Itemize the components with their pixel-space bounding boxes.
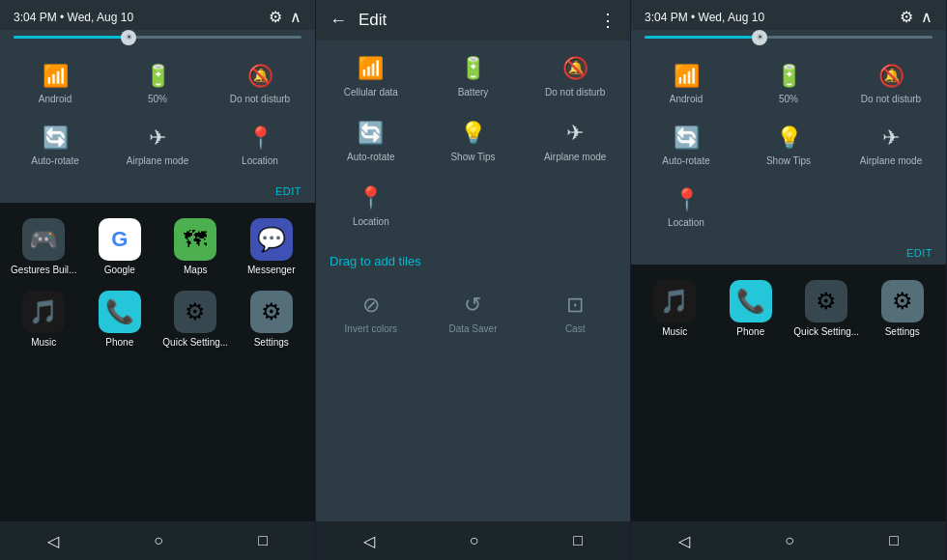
- app-google[interactable]: G Google: [84, 212, 157, 281]
- tile-autorotate-3[interactable]: 🔄 Auto-rotate: [637, 116, 735, 174]
- tile-location-3[interactable]: 📍 Location: [637, 178, 735, 236]
- chevron-up-icon-1[interactable]: ∧: [290, 8, 301, 26]
- datasaver-add-icon: ↺: [464, 293, 481, 318]
- app-icon-settings: ⚙: [250, 291, 293, 333]
- brightness-thumb-3[interactable]: ☀: [752, 30, 767, 45]
- app-label-quicksettings-3: Quick Setting...: [793, 326, 859, 337]
- tile-android-1[interactable]: 📶 Android: [6, 54, 104, 112]
- app-icon-quicksettings-3: ⚙: [805, 280, 847, 322]
- tile-battery-1[interactable]: 🔋 50%: [108, 54, 207, 112]
- settings-icon-1[interactable]: ⚙: [269, 8, 282, 26]
- add-tile-invert[interactable]: ⊘ Invert colors: [322, 281, 420, 342]
- tile-label-airplane-3: Airplane mode: [860, 155, 922, 166]
- cast-add-icon: ⊡: [566, 293, 584, 318]
- app-label-music: Music: [31, 337, 56, 348]
- edit-button-3[interactable]: EDIT: [906, 247, 933, 259]
- autorotate-edit-label: Auto-rotate: [347, 152, 394, 162]
- battery-edit-icon: 🔋: [460, 56, 486, 81]
- settings-icon-3[interactable]: ⚙: [900, 8, 913, 26]
- add-tile-datasaver[interactable]: ↺ Data Saver: [424, 281, 523, 342]
- app-music[interactable]: 🎵 Music: [8, 285, 80, 353]
- app-icon-phone: 📞: [99, 291, 141, 333]
- add-tile-cast[interactable]: ⊡ Cast: [526, 281, 624, 342]
- qs-tiles-grid-3: 📶 Android 🔋 50% 🔕 Do not disturb 🔄 Auto-…: [631, 46, 946, 243]
- edit-header: ← Edit ⋮: [316, 0, 630, 41]
- edit-tile-cellular[interactable]: 📶 Cellular data: [322, 44, 420, 105]
- battery-icon-3: 🔋: [776, 64, 802, 89]
- app-quicksettings-3[interactable]: ⚙ Quick Setting...: [790, 274, 863, 343]
- edit-tiles-section: 📶 Cellular data 🔋 Battery 🔕 Do not distu…: [316, 41, 630, 238]
- edit-tile-showtips[interactable]: 💡 Show Tips: [424, 109, 523, 170]
- nav-bar-3: ◁ ○ □: [631, 521, 946, 560]
- edit-tile-airplane[interactable]: ✈ Airplane mode: [526, 109, 624, 170]
- panel-quick-settings-3: 3:04 PM • Wed, Aug 10 ⚙ ∧ ☀ 📶 Android 🔋 …: [631, 0, 947, 560]
- edit-tile-autorotate[interactable]: 🔄 Auto-rotate: [322, 109, 420, 170]
- app-phone-3[interactable]: 📞 Phone: [715, 274, 788, 343]
- tile-dnd-3[interactable]: 🔕 Do not disturb: [842, 54, 940, 112]
- home-nav-2[interactable]: ○: [450, 526, 499, 555]
- app-maps[interactable]: 🗺 Maps: [159, 212, 232, 281]
- location-edit-label: Location: [353, 216, 389, 227]
- dnd-icon-1: 🔕: [247, 64, 273, 89]
- brightness-row-1[interactable]: ☀: [0, 30, 315, 46]
- app-icon-maps: 🗺: [174, 218, 216, 261]
- edit-tile-battery[interactable]: 🔋 Battery: [424, 44, 523, 105]
- tile-showtips-3[interactable]: 💡 Show Tips: [739, 116, 838, 174]
- brightness-row-3[interactable]: ☀: [631, 30, 946, 46]
- brightness-thumb-1[interactable]: ☀: [121, 30, 136, 45]
- tile-label-battery-3: 50%: [779, 94, 798, 104]
- tile-label-location-3: Location: [668, 217, 704, 228]
- airplane-edit-icon: ✈: [566, 121, 584, 146]
- tile-airplane-1[interactable]: ✈ Airplane mode: [108, 116, 207, 174]
- tile-dnd-1[interactable]: 🔕 Do not disturb: [211, 54, 309, 112]
- home-nav-1[interactable]: ○: [134, 526, 183, 555]
- tile-android-3[interactable]: 📶 Android: [637, 54, 735, 112]
- home-nav-3[interactable]: ○: [765, 526, 814, 555]
- tile-label-autorotate-3: Auto-rotate: [662, 155, 709, 166]
- brightness-track-1[interactable]: ☀: [14, 36, 301, 39]
- tile-label-android-3: Android: [670, 94, 703, 104]
- airplane-icon-3: ✈: [882, 126, 900, 151]
- edit-tile-dnd[interactable]: 🔕 Do not disturb: [526, 44, 624, 105]
- battery-icon-1: 🔋: [145, 64, 171, 89]
- location-icon-3: 📍: [674, 187, 700, 212]
- app-phone[interactable]: 📞 Phone: [84, 285, 157, 353]
- edit-tile-location[interactable]: 📍 Location: [322, 174, 420, 235]
- invert-add-icon: ⊘: [362, 293, 380, 318]
- cellular-edit-label: Cellular data: [344, 87, 398, 98]
- more-options-button[interactable]: ⋮: [599, 10, 617, 31]
- tile-label-autorotate-1: Auto-rotate: [31, 155, 78, 166]
- app-quicksettings[interactable]: ⚙ Quick Setting...: [159, 285, 232, 353]
- recent-nav-2[interactable]: □: [554, 526, 602, 555]
- dnd-edit-label: Do not disturb: [545, 87, 605, 98]
- tile-label-dnd-3: Do not disturb: [861, 94, 921, 104]
- app-label-music-3: Music: [662, 326, 687, 337]
- tile-label-airplane-1: Airplane mode: [127, 155, 188, 166]
- back-button[interactable]: ←: [330, 11, 347, 31]
- recent-nav-1[interactable]: □: [239, 526, 287, 555]
- app-messenger[interactable]: 💬 Messenger: [236, 212, 308, 281]
- tile-airplane-3[interactable]: ✈ Airplane mode: [842, 116, 940, 174]
- chevron-up-icon-3[interactable]: ∧: [921, 8, 933, 26]
- back-nav-1[interactable]: ◁: [28, 526, 78, 556]
- header-icons-3: ⚙ ∧: [900, 8, 933, 26]
- dnd-edit-icon: 🔕: [562, 56, 588, 81]
- edit-button-1[interactable]: EDIT: [275, 185, 301, 197]
- brightness-track-3[interactable]: ☀: [645, 36, 933, 39]
- tile-battery-3[interactable]: 🔋 50%: [739, 54, 838, 112]
- app-settings-3[interactable]: ⚙ Settings: [867, 274, 939, 343]
- back-nav-3[interactable]: ◁: [659, 526, 709, 556]
- edit-bar-1: EDIT: [0, 182, 315, 203]
- tile-autorotate-1[interactable]: 🔄 Auto-rotate: [6, 116, 104, 174]
- tile-location-1[interactable]: 📍 Location: [211, 116, 309, 174]
- showtips-icon-3: 💡: [776, 126, 802, 151]
- autorotate-icon-1: 🔄: [43, 126, 69, 151]
- recent-nav-3[interactable]: □: [870, 526, 918, 555]
- back-nav-2[interactable]: ◁: [344, 526, 394, 556]
- app-gestures[interactable]: 🎮 Gestures Buil...: [8, 212, 80, 281]
- app-music-3[interactable]: 🎵 Music: [639, 274, 711, 343]
- app-icon-gestures: 🎮: [22, 218, 65, 261]
- app-settings[interactable]: ⚙ Settings: [236, 285, 308, 353]
- tile-label-battery-1: 50%: [148, 94, 167, 104]
- nav-bar-1: ◁ ○ □: [0, 521, 315, 560]
